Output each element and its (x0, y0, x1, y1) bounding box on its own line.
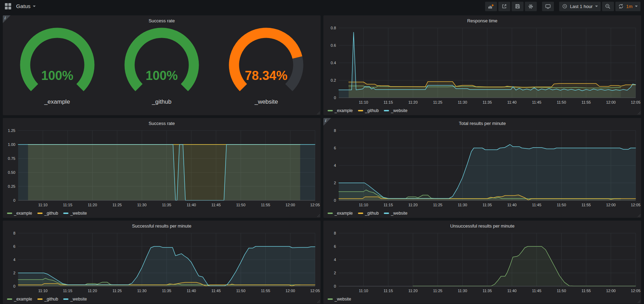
add-panel-button[interactable] (485, 2, 497, 11)
y-tick-label: 0 (334, 198, 336, 202)
panel-info-icon[interactable]: i (323, 118, 331, 126)
x-tick-label: 11:25 (433, 100, 442, 104)
legend-item-_github[interactable]: _github (37, 211, 58, 216)
legend-item-_example[interactable]: _example (328, 211, 353, 216)
panel-response-time: Response time 00.20.40.60.811:1011:1511:… (323, 15, 641, 115)
legend-item-_website[interactable]: _website (328, 297, 351, 302)
refresh-button[interactable]: 1m (615, 2, 641, 11)
legend-label: _github (44, 211, 58, 216)
legend-item-_website[interactable]: _website (384, 108, 407, 113)
share-button[interactable] (498, 2, 510, 11)
top-navbar: Gatus (0, 0, 644, 13)
tv-mode-icon (545, 3, 551, 9)
share-icon (502, 3, 507, 9)
legend-item-_website[interactable]: _website (63, 211, 87, 216)
panel-title[interactable]: Successful results per minute (3, 221, 321, 230)
legend-label: _website (391, 211, 407, 216)
y-tick-label: 0.25 (8, 184, 15, 188)
zoom-out-icon (605, 3, 611, 9)
gauge-label: _example (44, 98, 70, 105)
gauge-_website: 78.34%_website (215, 25, 318, 105)
gauge-label: _website (255, 98, 278, 105)
tv-mode-button[interactable] (542, 2, 554, 11)
y-tick-label: 6 (334, 146, 336, 150)
y-tick-label: 0.50 (8, 170, 15, 175)
time-range-picker[interactable]: Last 1 hour (559, 2, 601, 11)
gauge-label: _github (152, 98, 171, 105)
dashboard-grid: i Success rate 100%_example100%_github78… (0, 13, 644, 304)
gauge-arc: 100% (5, 25, 110, 95)
legend-label: _website (70, 297, 87, 302)
legend-label: _github (365, 108, 379, 113)
legend-label: _example (14, 211, 32, 216)
refresh-interval-label: 1m (626, 4, 632, 9)
y-tick-label: 0 (334, 96, 336, 100)
x-tick-label: 11:20 (88, 289, 97, 293)
save-button[interactable] (512, 2, 524, 11)
x-tick-label: 12:05 (310, 289, 320, 293)
chart-canvas[interactable]: 00.20.40.60.811:1011:1511:2011:2511:3011… (323, 24, 641, 107)
panel-title[interactable]: Success rate (3, 118, 321, 127)
add-panel-icon (488, 3, 494, 9)
legend-item-_example[interactable]: _example (7, 297, 32, 302)
chart-canvas[interactable]: 0246811:1011:1511:2011:2511:3011:3511:40… (3, 230, 321, 295)
dashboard-title[interactable]: Gatus (16, 3, 30, 9)
panel-title[interactable]: Success rate (3, 15, 321, 24)
x-tick-label: 11:40 (186, 289, 196, 293)
legend-item-_example[interactable]: _example (7, 211, 32, 216)
legend-item-_website[interactable]: _website (384, 211, 407, 216)
chart-canvas[interactable]: 00.250.500.751.001.2511:1011:1511:2011:2… (3, 127, 321, 209)
x-tick-label: 11:10 (359, 203, 368, 207)
legend-label: _website (391, 108, 407, 113)
panel-successful-results: Successful results per minute 0246811:10… (3, 221, 321, 304)
legend-label: _example (335, 211, 353, 216)
y-tick-label: 0.6 (331, 43, 336, 47)
y-tick-label: 0.8 (331, 26, 336, 30)
apps-grid-icon[interactable] (5, 3, 12, 10)
legend-swatch (384, 213, 389, 214)
x-tick-label: 11:25 (433, 203, 442, 207)
x-tick-label: 11:40 (186, 203, 196, 207)
legend-item-_website[interactable]: _website (63, 297, 87, 302)
x-tick-label: 11:20 (408, 289, 418, 293)
legend-swatch (63, 298, 68, 300)
x-tick-label: 12:00 (606, 203, 616, 207)
legend-label: _example (14, 297, 32, 302)
series-fill-_website (413, 246, 636, 286)
panel-title[interactable]: Response time (323, 15, 641, 24)
y-tick-label: 8 (334, 231, 336, 235)
x-tick-label: 11:20 (408, 203, 418, 207)
legend-item-_github[interactable]: _github (358, 211, 379, 216)
legend-item-_github[interactable]: _github (358, 108, 379, 113)
chart-legend: _website (323, 295, 641, 303)
x-tick-label: 11:10 (38, 289, 47, 293)
y-tick-label: 4 (13, 258, 15, 262)
legend-label: _example (335, 108, 353, 113)
gauge-value: 100% (146, 68, 178, 83)
panel-info-icon[interactable]: i (3, 15, 10, 23)
y-tick-label: 8 (334, 128, 336, 133)
zoom-out-button[interactable] (602, 2, 614, 11)
legend-item-_example[interactable]: _example (328, 108, 353, 113)
x-tick-label: 11:30 (458, 203, 467, 207)
x-tick-label: 12:00 (285, 289, 295, 293)
chart-canvas[interactable]: 0246811:1011:1511:2011:2511:3011:3511:40… (323, 127, 641, 209)
x-tick-label: 11:35 (162, 289, 171, 293)
x-tick-label: 11:45 (211, 203, 221, 207)
chart-canvas[interactable]: 0246811:1011:1511:2011:2511:3011:3511:40… (323, 230, 641, 295)
chart-legend: _example_github_website (323, 107, 641, 114)
x-tick-label: 11:35 (162, 203, 171, 207)
legend-item-_github[interactable]: _github (37, 297, 58, 302)
chevron-down-icon[interactable] (33, 6, 36, 7)
chart-legend: _example_github_website (3, 209, 321, 217)
x-tick-label: 11:55 (581, 100, 591, 104)
chart-body: 00.20.40.60.811:1011:1511:2011:2511:3011… (323, 24, 641, 114)
panel-title[interactable]: Unsuccessful results per minute (323, 221, 641, 230)
x-tick-label: 11:10 (359, 100, 368, 104)
x-tick-label: 11:30 (458, 289, 467, 293)
legend-label: _website (335, 297, 351, 302)
x-tick-label: 11:50 (236, 289, 246, 293)
panel-title[interactable]: Total results per minute (323, 118, 641, 127)
settings-button[interactable] (525, 2, 537, 11)
chart-body: 0246811:1011:1511:2011:2511:3011:3511:40… (323, 127, 641, 217)
